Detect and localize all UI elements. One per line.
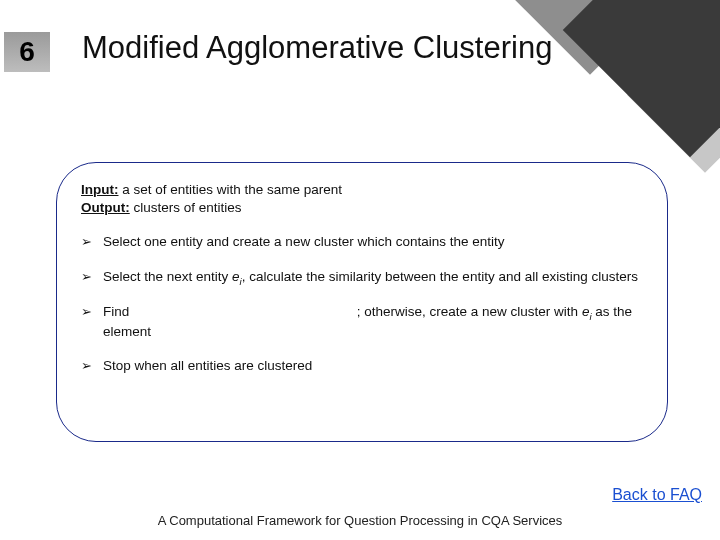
output-line: Output: clusters of entities [81, 199, 643, 217]
back-to-faq-link[interactable]: Back to FAQ [612, 486, 702, 504]
bullet-2-text-a: Select the next entity [103, 269, 232, 284]
slide-title: Modified Agglomerative Clustering [82, 30, 680, 66]
output-label: Output: [81, 200, 130, 215]
bullet-4: Stop when all entities are clustered [81, 357, 643, 375]
bullet-3: Find ; otherwise, create a new cluster w… [81, 303, 643, 341]
footer-text: A Computational Framework for Question P… [0, 513, 720, 528]
io-block: Input: a set of entities with the same p… [81, 181, 643, 217]
bullet-2: Select the next entity ei, calculate the… [81, 268, 643, 288]
bullet-1: Select one entity and create a new clust… [81, 233, 643, 251]
bullet-2-text-b: , calculate the similarity between the e… [242, 269, 638, 284]
entity-ei: ei [232, 269, 242, 284]
page-number: 6 [19, 36, 35, 68]
input-label: Input: [81, 182, 118, 197]
bullet-list: Select one entity and create a new clust… [81, 233, 643, 375]
output-text: clusters of entities [130, 200, 242, 215]
bullet-3-text-a: Find [103, 304, 133, 319]
input-text: a set of entities with the same parent [118, 182, 342, 197]
formula-image-slot [133, 306, 353, 320]
accent-triangle-dark [563, 0, 720, 157]
entity-e: e [232, 269, 240, 284]
bullet-3-text-b: ; otherwise, create a new cluster with [353, 304, 582, 319]
bullet-4-text: Stop when all entities are clustered [103, 358, 312, 373]
bullet-1-text: Select one entity and create a new clust… [103, 234, 504, 249]
slide: 6 Modified Agglomerative Clustering Inpu… [0, 0, 720, 540]
page-number-badge: 6 [4, 32, 50, 72]
input-line: Input: a set of entities with the same p… [81, 181, 643, 199]
algorithm-panel: Input: a set of entities with the same p… [56, 162, 668, 442]
entity-ei-2: ei [582, 304, 592, 319]
